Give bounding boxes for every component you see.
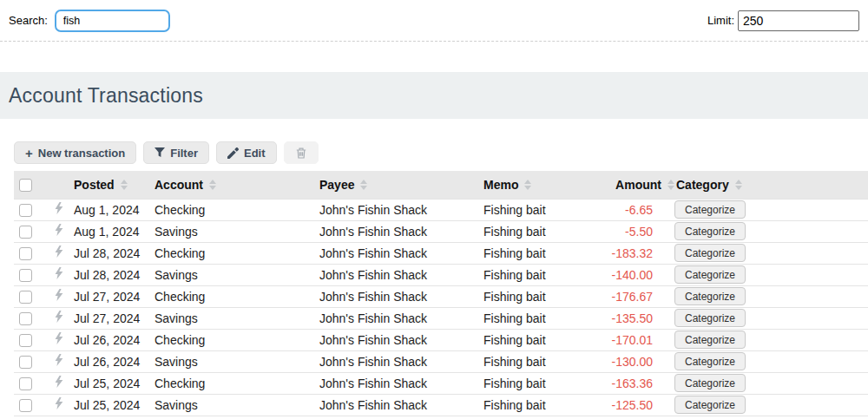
posted-cell: Jul 26, 2024 bbox=[74, 329, 155, 350]
plus-icon: + bbox=[25, 147, 33, 160]
account-cell: Checking bbox=[155, 285, 319, 307]
uncleared-bolt-icon[interactable] bbox=[55, 289, 63, 301]
transactions-toolbar: + New transaction Filter Edit bbox=[14, 141, 868, 164]
row-checkbox[interactable] bbox=[19, 269, 32, 282]
sort-icon bbox=[360, 180, 367, 190]
payee-cell: John's Fishin Shack bbox=[319, 264, 483, 285]
categorize-button[interactable]: Categorize bbox=[674, 331, 746, 349]
memo-cell: Fishing bait bbox=[483, 350, 599, 372]
categorize-button[interactable]: Categorize bbox=[674, 287, 746, 305]
categorize-button[interactable]: Categorize bbox=[674, 374, 746, 392]
account-cell: Savings bbox=[155, 307, 319, 329]
top-filter-bar: Search: Limit: bbox=[0, 0, 868, 42]
memo-cell: Fishing bait bbox=[483, 329, 599, 350]
funnel-icon bbox=[155, 147, 165, 158]
edit-button[interactable]: Edit bbox=[216, 141, 277, 164]
search-group: Search: bbox=[9, 10, 170, 32]
filter-label: Filter bbox=[170, 147, 198, 160]
categorize-button[interactable]: Categorize bbox=[674, 200, 746, 219]
categorize-button[interactable]: Categorize bbox=[674, 265, 746, 284]
posted-cell: Jul 27, 2024 bbox=[74, 307, 155, 329]
filter-button[interactable]: Filter bbox=[143, 141, 209, 164]
search-label: Search: bbox=[9, 14, 48, 27]
column-header-account[interactable]: Account bbox=[155, 171, 319, 199]
account-cell: Checking bbox=[155, 242, 319, 264]
delete-button bbox=[284, 141, 319, 164]
new-transaction-button[interactable]: + New transaction bbox=[14, 141, 136, 164]
row-checkbox[interactable] bbox=[19, 226, 32, 239]
table-row: Jul 28, 2024 Savings John's Fishin Shack… bbox=[14, 264, 868, 285]
table-row: Jul 27, 2024 Savings John's Fishin Shack… bbox=[14, 307, 868, 329]
limit-input[interactable] bbox=[738, 10, 859, 31]
uncleared-bolt-icon[interactable] bbox=[55, 202, 63, 214]
row-checkbox[interactable] bbox=[19, 247, 32, 260]
posted-cell: Aug 1, 2024 bbox=[74, 199, 155, 220]
sort-icon bbox=[209, 180, 216, 190]
uncleared-bolt-icon[interactable] bbox=[55, 224, 63, 236]
new-transaction-label: New transaction bbox=[38, 147, 125, 160]
table-row: Jul 27, 2024 Checking John's Fishin Shac… bbox=[14, 285, 868, 307]
posted-cell: Jul 25, 2024 bbox=[74, 394, 155, 416]
column-header-memo[interactable]: Memo bbox=[483, 171, 599, 199]
column-header-posted[interactable]: Posted bbox=[74, 171, 155, 199]
uncleared-bolt-icon[interactable] bbox=[55, 311, 63, 323]
amount-cell: -176.67 bbox=[599, 285, 674, 307]
posted-cell: Jul 28, 2024 bbox=[74, 242, 155, 264]
account-cell: Checking bbox=[155, 199, 319, 220]
categorize-button[interactable]: Categorize bbox=[674, 244, 746, 262]
memo-cell: Fishing bait bbox=[483, 307, 599, 329]
posted-cell: Jul 25, 2024 bbox=[74, 372, 155, 394]
amount-cell: -135.50 bbox=[599, 307, 674, 329]
transactions-tbody: Aug 1, 2024 Checking John's Fishin Shack… bbox=[14, 199, 868, 416]
memo-cell: Fishing bait bbox=[483, 394, 599, 416]
section-header: Account Transactions bbox=[0, 72, 868, 119]
select-all-checkbox[interactable] bbox=[19, 179, 32, 192]
row-checkbox[interactable] bbox=[19, 356, 32, 369]
sort-icon bbox=[121, 180, 128, 190]
table-row: Jul 26, 2024 Checking John's Fishin Shac… bbox=[14, 329, 868, 350]
trash-icon bbox=[296, 147, 306, 159]
row-checkbox[interactable] bbox=[19, 399, 32, 412]
table-row: Jul 26, 2024 Savings John's Fishin Shack… bbox=[14, 350, 868, 372]
uncleared-bolt-icon[interactable] bbox=[55, 246, 63, 258]
table-row: Jul 25, 2024 Checking John's Fishin Shac… bbox=[14, 372, 868, 394]
transactions-table: Posted Account Payee Memo Amount Ca bbox=[14, 171, 868, 416]
categorize-button[interactable]: Categorize bbox=[674, 222, 746, 240]
categorize-button[interactable]: Categorize bbox=[674, 396, 746, 414]
uncleared-bolt-icon[interactable] bbox=[55, 397, 63, 409]
posted-cell: Jul 26, 2024 bbox=[74, 350, 155, 372]
row-checkbox[interactable] bbox=[19, 312, 32, 325]
memo-cell: Fishing bait bbox=[483, 199, 599, 220]
amount-cell: -140.00 bbox=[599, 264, 674, 285]
account-cell: Savings bbox=[155, 350, 319, 372]
status-column-header bbox=[55, 171, 74, 199]
row-checkbox[interactable] bbox=[19, 377, 32, 390]
uncleared-bolt-icon[interactable] bbox=[55, 354, 63, 366]
categorize-button[interactable]: Categorize bbox=[674, 309, 746, 327]
account-cell: Savings bbox=[155, 220, 319, 242]
amount-cell: -125.50 bbox=[599, 394, 674, 416]
table-row: Aug 1, 2024 Checking John's Fishin Shack… bbox=[14, 199, 868, 220]
column-header-category[interactable]: Category bbox=[674, 171, 868, 199]
categorize-button[interactable]: Categorize bbox=[674, 352, 746, 370]
row-checkbox[interactable] bbox=[19, 291, 32, 304]
amount-cell: -5.50 bbox=[599, 220, 674, 242]
sort-icon bbox=[524, 180, 531, 190]
payee-cell: John's Fishin Shack bbox=[319, 394, 483, 416]
memo-cell: Fishing bait bbox=[483, 220, 599, 242]
uncleared-bolt-icon[interactable] bbox=[55, 376, 63, 388]
row-checkbox[interactable] bbox=[19, 334, 32, 347]
payee-cell: John's Fishin Shack bbox=[319, 307, 483, 329]
sort-icon bbox=[735, 180, 742, 190]
limit-group: Limit: bbox=[707, 10, 859, 31]
uncleared-bolt-icon[interactable] bbox=[55, 332, 63, 344]
table-row: Jul 25, 2024 Savings John's Fishin Shack… bbox=[14, 394, 868, 416]
row-checkbox[interactable] bbox=[19, 204, 32, 217]
search-input[interactable] bbox=[55, 10, 170, 32]
uncleared-bolt-icon[interactable] bbox=[55, 267, 63, 279]
amount-cell: -163.36 bbox=[599, 372, 674, 394]
column-header-payee[interactable]: Payee bbox=[319, 171, 483, 199]
limit-label: Limit: bbox=[707, 14, 734, 27]
column-header-amount[interactable]: Amount bbox=[599, 171, 674, 199]
posted-cell: Jul 28, 2024 bbox=[74, 264, 155, 285]
